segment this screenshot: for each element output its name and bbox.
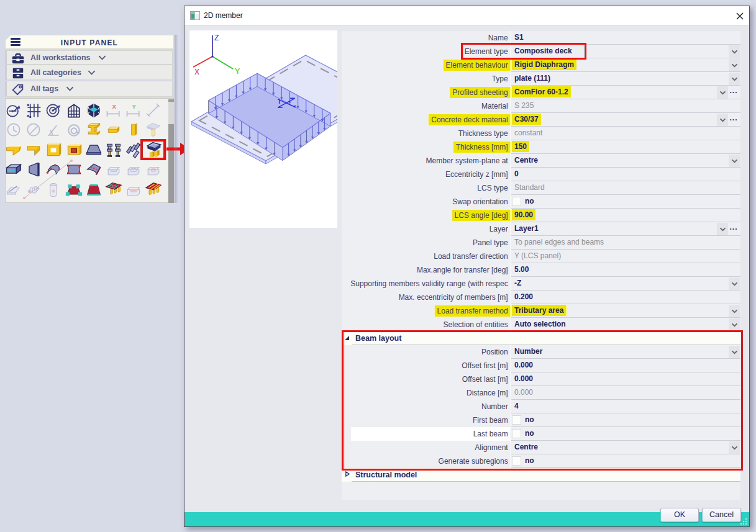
svg-text:X: X — [194, 68, 199, 76]
svg-text:Y: Y — [235, 67, 240, 76]
svg-text:Z: Z — [214, 34, 219, 42]
